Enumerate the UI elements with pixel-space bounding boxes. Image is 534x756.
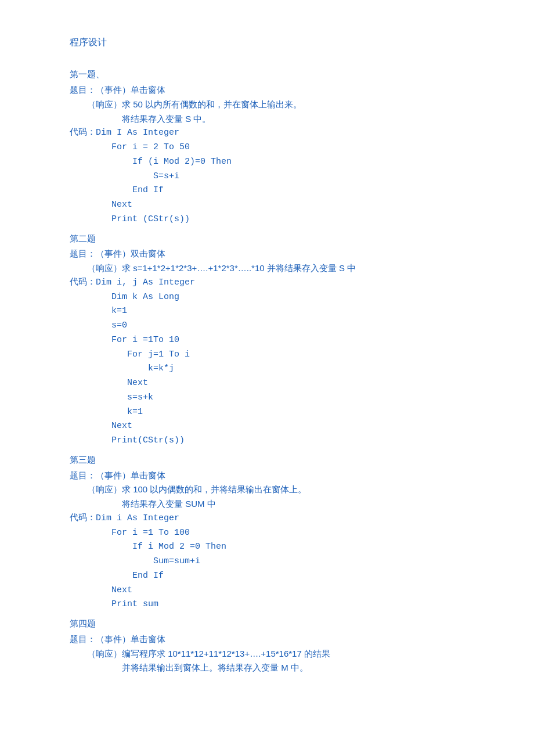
section-2: 第二题 题目：（事件）双击窗体 （响应）求 s=1+1*2+1*2*3+….+1… — [70, 232, 499, 448]
code-label-1: 代码： — [70, 128, 96, 138]
section-3-response-1: （响应）求 100 以内偶数的和，并将结果输出在窗体上。 — [70, 483, 499, 497]
section-4-response-2: 并将结果输出到窗体上。将结果存入变量 M 中。 — [70, 661, 499, 675]
section-2-question-label: 题目：（事件）双击窗体 — [70, 247, 499, 261]
section-1-response-2: 将结果存入变量 S 中。 — [70, 112, 499, 127]
code-label-3: 代码： — [70, 513, 96, 523]
page-container: 程序设计 第一题、 题目：（事件）单击窗体 （响应）求 50 以内所有偶数的和，… — [70, 35, 499, 675]
page-title: 程序设计 — [70, 35, 499, 50]
section-3-response-2: 将结果存入变量 SUM 中 — [70, 497, 499, 512]
section-4-heading: 第四题 — [70, 617, 499, 631]
section-2-response-1: （响应）求 s=1+1*2+1*2*3+….+1*2*3*…..*10 并将结果… — [70, 261, 499, 276]
section-3-code: 代码：Dim i As Integer For i =1 To 100 If i… — [70, 512, 499, 612]
section-1-question-label: 题目：（事件）单击窗体 — [70, 83, 499, 98]
section-1-heading: 第一题、 — [70, 67, 499, 82]
section-4-response-1: （响应）编写程序求 10*11*12+11*12*13+….+15*16*17 … — [70, 647, 499, 661]
code-label-2: 代码： — [70, 278, 96, 287]
section-1: 第一题、 题目：（事件）单击窗体 （响应）求 50 以内所有偶数的和，并在窗体上… — [70, 67, 499, 226]
section-2-code: 代码：Dim i, j As Integer Dim k As Long k=1… — [70, 276, 499, 448]
section-1-response-1: （响应）求 50 以内所有偶数的和，并在窗体上输出来。 — [70, 98, 499, 112]
section-4: 第四题 题目：（事件）单击窗体 （响应）编写程序求 10*11*12+11*12… — [70, 617, 499, 675]
section-3: 第三题 题目：（事件）单击窗体 （响应）求 100 以内偶数的和，并将结果输出在… — [70, 453, 499, 612]
section-3-question-label: 题目：（事件）单击窗体 — [70, 469, 499, 483]
section-4-question-label: 题目：（事件）单击窗体 — [70, 632, 499, 647]
section-3-heading: 第三题 — [70, 453, 499, 467]
section-1-code: 代码：Dim I As Integer For i = 2 To 50 If (… — [70, 126, 499, 226]
section-2-heading: 第二题 — [70, 232, 499, 246]
